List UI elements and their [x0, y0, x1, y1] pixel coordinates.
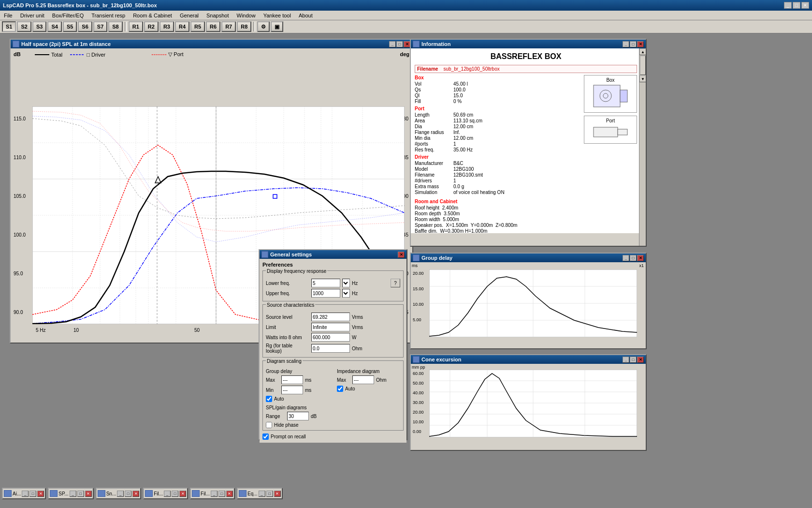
taskbar-fil2-close[interactable]: ✕ [226, 491, 233, 497]
toolbar-s6[interactable]: S6 [78, 21, 92, 32]
toolbar-r1[interactable]: R1 [129, 21, 143, 32]
spl-title: Half space (2pi) SPL at 1m distance [21, 41, 111, 47]
settings-gd-auto-checkbox[interactable] [266, 396, 272, 402]
toolbar-r8[interactable]: R8 [237, 21, 251, 32]
settings-lower-freq-input[interactable] [311, 279, 340, 287]
settings-watts-input[interactable] [311, 333, 350, 342]
spl-titlebar: Half space (2pi) SPL at 1m distance _ □ … [11, 40, 412, 48]
gd-maximize-btn[interactable]: □ [630, 255, 637, 261]
gd-close-btn[interactable]: ✕ [637, 255, 644, 261]
menu-about[interactable]: About [297, 12, 315, 19]
spl-maximize-btn[interactable]: □ [396, 41, 403, 47]
maximize-button[interactable]: □ [793, 2, 800, 9]
settings-hide-phase-checkbox[interactable] [266, 422, 272, 428]
taskbar-fil2: Fil... _ □ ✕ [190, 488, 235, 499]
taskbar-sp-min[interactable]: _ [70, 491, 76, 497]
cone-excursion-titlebar: Cone excursion _ □ ✕ [411, 355, 646, 364]
settings-upper-freq-dropdown[interactable]: ▼ [342, 289, 350, 298]
toolbar-s3[interactable]: S3 [32, 21, 46, 32]
toolbar-s8[interactable]: S8 [108, 21, 122, 32]
settings-gd-max-input[interactable] [281, 375, 303, 384]
toolbar-s5[interactable]: S5 [63, 21, 77, 32]
app-title: LspCAD Pro 5.25 Bassreflex box - sub_br_… [3, 2, 157, 8]
taskbar-sn-max[interactable]: □ [125, 491, 131, 497]
taskbar-ai-min[interactable]: _ [22, 491, 29, 497]
toolbar-r5[interactable]: R5 [190, 21, 205, 32]
taskbar-sp-close[interactable]: ✕ [85, 491, 92, 497]
info-scrollbar[interactable]: ▲ ▼ [639, 48, 646, 246]
settings-help-btn[interactable]: ? [391, 279, 400, 287]
info-scroll-down[interactable]: ▼ [639, 75, 646, 82]
settings-imp-subsection: Impedance diagram Max Ohm Auto [337, 369, 400, 402]
toolbar-s1[interactable]: S1 [2, 21, 16, 32]
spl-legend: Total □ Driver ▽ Port [35, 51, 184, 58]
info-close-btn[interactable]: ✕ [637, 41, 644, 47]
settings-rg-input[interactable] [311, 344, 350, 353]
settings-lower-freq-dropdown[interactable]: ▼ [342, 279, 350, 287]
toolbar-s4[interactable]: S4 [47, 21, 61, 32]
ce-maximize-btn[interactable]: □ [630, 357, 637, 363]
settings-gd-min-input[interactable] [281, 386, 303, 394]
taskbar-eq-close[interactable]: ✕ [274, 491, 281, 497]
toolbar-r4[interactable]: R4 [175, 21, 189, 32]
toolbar-r2[interactable]: R2 [144, 21, 159, 32]
taskbar-ai-max[interactable]: □ [29, 491, 36, 497]
settings-source-title: Source characteristics [266, 302, 315, 308]
settings-spl-label: SPL/gain diagrams [266, 405, 400, 410]
settings-spl-range-input[interactable] [287, 412, 309, 420]
ce-close-btn[interactable]: ✕ [637, 357, 644, 363]
settings-source-level-input[interactable] [311, 313, 350, 321]
toolbar-s7[interactable]: S7 [93, 21, 107, 32]
ce-minimize-btn[interactable]: _ [623, 357, 629, 363]
taskbar-sp-max[interactable]: □ [77, 491, 84, 497]
toolbar-r6[interactable]: R6 [206, 21, 220, 32]
settings-upper-freq-label: Upper freq. [266, 291, 309, 296]
taskbar-eq-max[interactable]: □ [266, 491, 273, 497]
info-minimize-btn[interactable]: _ [623, 41, 629, 47]
close-button[interactable]: ✕ [801, 2, 809, 9]
menu-transient-resp[interactable]: Transient resp [89, 12, 127, 19]
settings-gd-min-unit: ms [305, 388, 311, 393]
menu-driver-unit[interactable]: Driver unit [18, 12, 46, 19]
menu-snapshot[interactable]: Snapshot [204, 12, 231, 19]
toolbar-extra2[interactable]: ▣ [271, 21, 283, 32]
taskbar-eq-min[interactable]: _ [259, 491, 265, 497]
settings-pref-label: Preferences [262, 262, 404, 268]
settings-upper-freq-input[interactable] [311, 289, 340, 298]
settings-imp-auto-checkbox[interactable] [337, 386, 343, 392]
taskbar-fil1-min[interactable]: _ [164, 491, 171, 497]
info-maximize-btn[interactable]: □ [630, 41, 637, 47]
taskbar-fil2-max[interactable]: □ [218, 491, 225, 497]
settings-prompt-checkbox[interactable] [262, 433, 269, 440]
taskbar-fil2-min[interactable]: _ [211, 491, 218, 497]
settings-close-btn[interactable]: ✕ [398, 252, 405, 258]
info-scroll-up[interactable]: ▲ [639, 48, 646, 55]
info-port-diagram: Port [584, 116, 637, 144]
menu-box-filter-eq[interactable]: Box/Filter/EQ [50, 12, 86, 19]
settings-imp-max-input[interactable] [352, 375, 374, 384]
menu-window[interactable]: Window [235, 12, 258, 19]
menu-yankee-tool[interactable]: Yankee tool [261, 12, 293, 19]
minimize-button[interactable]: _ [784, 2, 792, 9]
settings-gd-label: Group delay [266, 369, 329, 374]
toolbar-extra1[interactable]: ⚙ [257, 21, 270, 32]
toolbar-s2[interactable]: S2 [17, 21, 31, 32]
settings-watts-label: Watts into 8 ohm [266, 335, 309, 340]
taskbar-sn-min[interactable]: _ [117, 491, 124, 497]
menu-room-cabinet[interactable]: Room & Cabinet [131, 12, 174, 19]
gd-minimize-btn[interactable]: _ [623, 255, 629, 261]
spl-minimize-btn[interactable]: _ [389, 41, 396, 47]
info-scroll-thumb[interactable] [640, 56, 646, 75]
app-titlebar: LspCAD Pro 5.25 Bassreflex box - sub_br_… [0, 0, 812, 11]
taskbar-fil1-close[interactable]: ✕ [179, 491, 186, 497]
group-delay-window: Group delay _ □ ✕ ms x1 20.00 15.00 10.0… [410, 253, 647, 349]
taskbar-ai-close[interactable]: ✕ [37, 491, 44, 497]
taskbar-sn-close[interactable]: ✕ [132, 491, 139, 497]
toolbar-r7[interactable]: R7 [221, 21, 236, 32]
toolbar-r3[interactable]: R3 [160, 21, 174, 32]
menu-file[interactable]: File [2, 12, 14, 19]
taskbar-fil1-max[interactable]: □ [172, 491, 178, 497]
spl-close-btn[interactable]: ✕ [404, 41, 410, 47]
settings-limit-input[interactable] [311, 323, 350, 331]
menu-general[interactable]: General [178, 12, 201, 19]
